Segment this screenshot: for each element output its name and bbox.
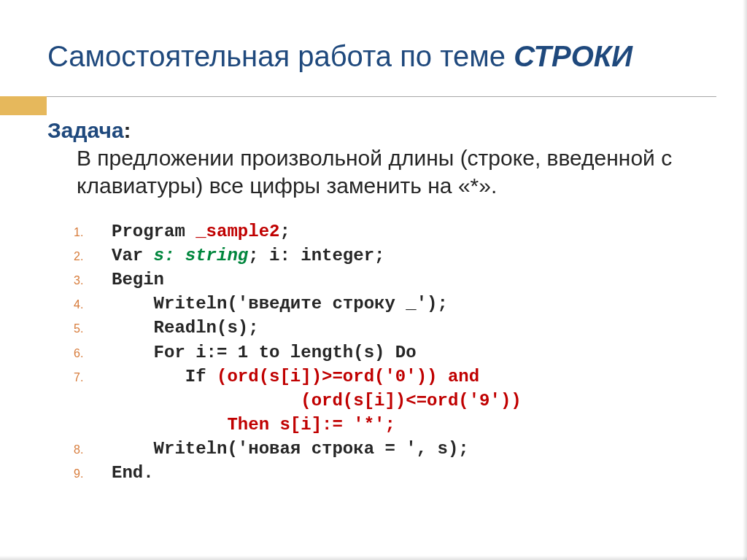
code-line-7c: Then s[i]:= '*'; (74, 413, 707, 437)
line-number: 4. (74, 297, 112, 313)
slide: Самостоятельная работа по теме СТРОКИ За… (0, 0, 747, 560)
code-text: Readln(s); (112, 316, 259, 340)
code-line-3: 3. Begin (74, 268, 707, 292)
task-text: В предложении произвольной длины (строке… (77, 144, 707, 199)
code-line-5: 5. Readln(s); (74, 316, 707, 340)
code-text: Program _sample2; (112, 219, 290, 244)
shadow-right (743, 0, 747, 560)
line-number: 5. (74, 321, 112, 337)
line-number: 3. (74, 273, 112, 289)
code-line-8: 8. Writeln('новая строка = ', s); (74, 437, 707, 461)
divider-line (47, 96, 716, 97)
code-line-4: 4. Writeln('введите строку _'); (74, 292, 707, 316)
line-number: 6. (74, 346, 112, 362)
code-line-1: 1. Program _sample2; (74, 219, 707, 244)
line-number: 2. (74, 249, 112, 265)
code-text: Writeln('введите строку _'); (112, 292, 448, 316)
code-line-2: 2. Var s: string; i: integer; (74, 244, 707, 268)
code-line-7b: (ord(s[i])<=ord('9')) (74, 389, 707, 413)
code-line-9: 9. End. (74, 461, 707, 485)
accent-bar (0, 96, 47, 115)
code-text: Writeln('новая строка = ', s); (112, 437, 469, 461)
code-text: If (ord(s[i])>=ord('0')) and (112, 365, 479, 389)
task-heading: Задача: (47, 118, 707, 143)
title-emph: СТРОКИ (514, 40, 632, 72)
task-colon: : (124, 118, 131, 142)
code-text: Then s[i]:= '*'; (112, 413, 395, 437)
code-line-7a: 7. If (ord(s[i])>=ord('0')) and (74, 365, 707, 389)
code-line-6: 6. For i:= 1 to length(s) Do (74, 341, 707, 365)
shadow-bottom (0, 556, 747, 560)
task-label: Задача (47, 118, 124, 142)
code-text: For i:= 1 to length(s) Do (112, 341, 417, 365)
code-text: Begin (112, 268, 164, 292)
slide-title: Самостоятельная работа по теме СТРОКИ (47, 40, 707, 73)
line-number: 1. (74, 225, 112, 241)
code-text: Var s: string; i: integer; (112, 244, 384, 268)
line-number: 9. (74, 466, 112, 482)
slide-body: Задача: В предложении произвольной длины… (47, 118, 707, 485)
code-text: End. (112, 461, 154, 485)
title-main: Самостоятельная работа по теме (47, 40, 514, 72)
line-number: 7. (74, 370, 112, 386)
code-text: (ord(s[i])<=ord('9')) (112, 389, 522, 413)
code-block: 1. Program _sample2; 2. Var s: string; i… (74, 219, 707, 485)
line-number: 8. (74, 442, 112, 458)
